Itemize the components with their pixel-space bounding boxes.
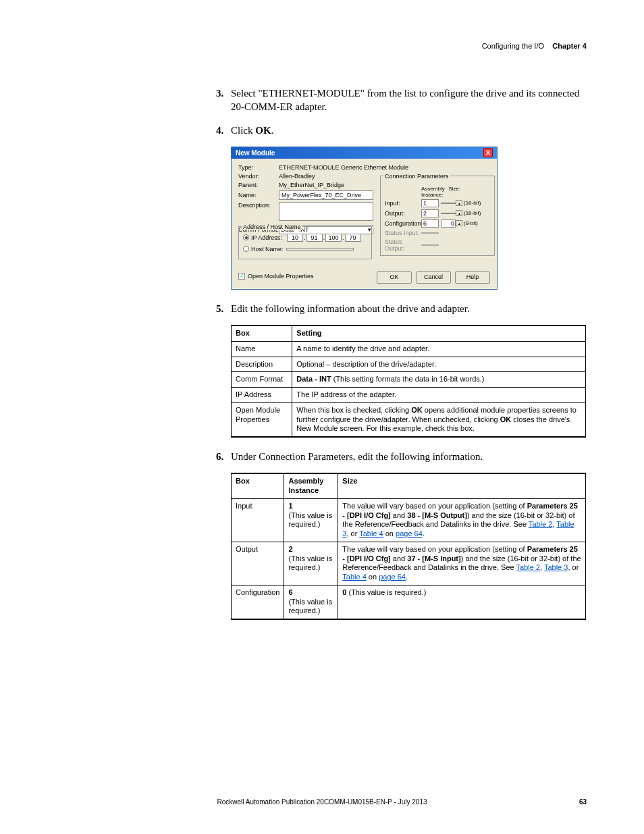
label: Output: xyxy=(385,210,421,217)
dialog-footer: OK Cancel Help xyxy=(377,271,490,284)
page-footer: Rockwell Automation Publication 20COMM-U… xyxy=(0,798,644,806)
assembly-input-disabled xyxy=(421,244,439,246)
cell-setting: A name to identify the drive and adapter… xyxy=(292,341,586,357)
chapter-label: Chapter 4 xyxy=(552,42,587,50)
status-output-row: Status Output: xyxy=(385,238,490,252)
cell-size: The value will vary based on your applic… xyxy=(338,498,586,542)
link-page-64[interactable]: page 64 xyxy=(396,529,423,538)
assembly-input[interactable]: 6 xyxy=(421,219,439,228)
text: . xyxy=(423,529,425,538)
name-label: Name: xyxy=(238,192,279,199)
cell-box: Configuration xyxy=(232,585,284,619)
step-number: 5. xyxy=(216,302,231,315)
text: and xyxy=(391,554,407,563)
cell-setting: When this box is checked, clicking OK op… xyxy=(292,402,586,437)
step-text: Under Connection Parameters, edit the fo… xyxy=(231,450,586,463)
ip-octet-3[interactable]: 100 xyxy=(325,234,342,242)
assembly-input-disabled xyxy=(421,232,439,234)
ok-button[interactable]: OK xyxy=(377,271,412,284)
text: , or xyxy=(346,529,359,538)
dialog-title: New Module xyxy=(236,149,275,157)
cell-box: Name xyxy=(232,341,292,357)
assembly-input[interactable]: 1 xyxy=(421,199,439,207)
text: (This value is required.) xyxy=(288,511,332,529)
host-name-label: Host Name: xyxy=(251,246,286,253)
step-5: 5. Edit the following information about … xyxy=(216,302,586,315)
label: Status Input: xyxy=(385,230,421,236)
host-name-radio[interactable] xyxy=(243,246,249,252)
bold: 6 xyxy=(288,588,292,596)
spinner-icon[interactable]: ▴ xyxy=(456,220,462,226)
cell-setting: Optional – description of the drive/adap… xyxy=(292,357,586,372)
cell-size: The value will vary based on your applic… xyxy=(338,542,586,585)
step-number: 6. xyxy=(216,450,231,463)
connection-parameters-group: Connection Parameters Assembly Instance:… xyxy=(380,176,495,256)
conn-headers: Assembly Instance: Size: xyxy=(385,186,490,198)
link-page-64[interactable]: page 64 xyxy=(379,573,406,581)
dialog-titlebar: New Module X xyxy=(232,147,497,159)
cell-box: IP Address xyxy=(232,388,292,403)
bold: 2 xyxy=(288,545,292,553)
bold: 38 - [M-S Output] xyxy=(407,511,467,519)
cell-assembly: 6(This value is required.) xyxy=(284,585,338,619)
settings-table: BoxSetting NameA name to identify the dr… xyxy=(231,325,586,438)
page-number: 63 xyxy=(579,798,587,806)
ip-octet-1[interactable]: 10 xyxy=(287,234,303,242)
spinner-icon[interactable]: ▴ xyxy=(456,200,462,206)
step-4: 4. Click OK. xyxy=(216,124,586,137)
cell-size: 0 (This value is required.) xyxy=(338,585,586,619)
size-input[interactable] xyxy=(441,213,456,214)
size-input[interactable] xyxy=(441,203,456,204)
bold: Data - INT xyxy=(296,375,333,383)
output-row: Output: 2 ▴ (16-bit) xyxy=(385,209,490,217)
unit: (8-bit) xyxy=(464,220,478,226)
open-module-properties-checkbox[interactable]: ✓ xyxy=(238,273,245,280)
link-table-3[interactable]: Table 3 xyxy=(544,563,568,571)
cell-assembly: 1(This value is required.) xyxy=(284,498,338,542)
cell-box: Comm Format xyxy=(232,372,292,388)
label: Status Output: xyxy=(385,238,421,252)
spinner-icon[interactable]: ▴ xyxy=(456,210,462,216)
size-input[interactable]: 0 xyxy=(441,219,456,228)
ip-octet-2[interactable]: 91 xyxy=(306,234,323,242)
text: The value will vary based on your applic… xyxy=(342,502,527,510)
unit: (16-bit) xyxy=(464,200,481,206)
help-button[interactable]: Help xyxy=(455,271,490,284)
size-header: Size: xyxy=(441,186,460,198)
ip-address-label: IP Address: xyxy=(251,234,286,241)
parent-label: Parent: xyxy=(238,182,279,188)
cell-box: Description xyxy=(232,357,292,372)
text: (This value is required.) xyxy=(288,554,332,572)
step-text: Click OK. xyxy=(231,124,586,137)
col-assembly: Assembly Instance xyxy=(284,473,338,498)
assembly-instance-header: Assembly Instance: xyxy=(421,186,441,198)
type-value: ETHERNET-MODULE Generic Ethernet Module xyxy=(279,164,408,171)
connection-parameters-table: Box Assembly Instance Size Input 1(This … xyxy=(231,473,586,620)
link-table-2[interactable]: Table 2 xyxy=(516,563,540,571)
group-title: Address / Host Name xyxy=(242,224,302,230)
bold: OK xyxy=(500,415,512,423)
name-input[interactable]: My_PowerFlex_70_EC_Drive xyxy=(279,190,373,200)
cell-box: Input xyxy=(232,498,284,542)
link-table-4[interactable]: Table 4 xyxy=(359,529,383,538)
footer-text: Rockwell Automation Publication 20COMM-U… xyxy=(217,798,427,806)
link-table-4[interactable]: Table 4 xyxy=(342,573,366,581)
cell-setting: Data - INT (This setting formats the dat… xyxy=(292,372,586,388)
cancel-button[interactable]: Cancel xyxy=(416,271,451,284)
bold: OK xyxy=(255,125,271,136)
step-text: Select "ETHERNET-MODULE" from the list t… xyxy=(231,86,586,114)
status-input-row: Status Input: xyxy=(385,230,490,236)
dialog-body: Type:ETHERNET-MODULE Generic Ethernet Mo… xyxy=(232,159,497,289)
assembly-input[interactable]: 2 xyxy=(421,209,439,217)
text: on xyxy=(383,529,396,538)
configuration-row: Configuration: 6 0▴ (8-bit) xyxy=(385,219,490,228)
text: , or xyxy=(568,563,579,571)
close-icon[interactable]: X xyxy=(483,148,493,157)
open-module-properties-label: Open Module Properties xyxy=(248,273,314,280)
ip-address-radio[interactable] xyxy=(243,234,249,240)
main-content: 3. Select "ETHERNET-MODULE" from the lis… xyxy=(216,86,586,632)
link-table-2[interactable]: Table 2 xyxy=(529,520,552,528)
bold: 1 xyxy=(288,502,292,510)
ip-octet-4[interactable]: 79 xyxy=(345,234,361,242)
description-input[interactable] xyxy=(279,202,373,221)
